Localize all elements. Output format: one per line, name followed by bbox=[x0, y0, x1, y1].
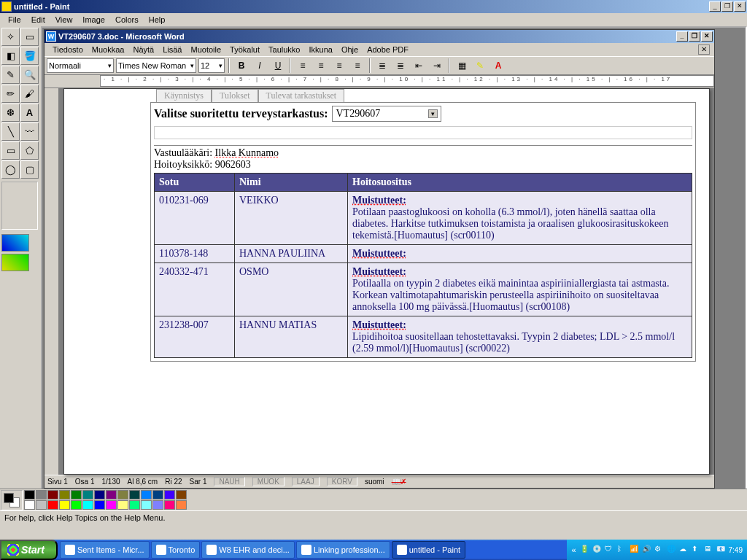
word-menu-window[interactable]: Ikkuna bbox=[305, 45, 336, 54]
numbered-list-button[interactable]: ≣ bbox=[374, 58, 390, 74]
tool-freeform-select[interactable]: ✧ bbox=[1, 28, 20, 46]
word-doc-close-button[interactable]: ✕ bbox=[698, 44, 710, 55]
tray-icon[interactable]: 🛡 bbox=[605, 545, 615, 555]
tray-icon[interactable]: 📧 bbox=[716, 545, 727, 555]
word-close-button[interactable]: ✕ bbox=[701, 31, 713, 42]
tray-icon[interactable]: ☁ bbox=[679, 545, 689, 555]
close-button[interactable]: ✕ bbox=[734, 1, 746, 12]
tool-airbrush[interactable]: ❆ bbox=[1, 104, 20, 122]
spellcheck-icon[interactable]: 📖✗ bbox=[392, 478, 406, 486]
palette-color[interactable] bbox=[24, 490, 35, 499]
start-button[interactable]: Start bbox=[0, 540, 58, 560]
word-menu-help[interactable]: Ohje bbox=[338, 45, 362, 54]
palette-color[interactable] bbox=[176, 500, 187, 510]
word-menu-view[interactable]: Näytä bbox=[129, 45, 158, 54]
decrease-indent-button[interactable]: ⇤ bbox=[411, 58, 427, 74]
menu-colors[interactable]: Colors bbox=[110, 15, 144, 24]
menu-edit[interactable]: Edit bbox=[26, 15, 50, 24]
tool-eyedropper[interactable]: ✎ bbox=[1, 66, 20, 84]
palette-color[interactable] bbox=[141, 490, 152, 499]
palette-color[interactable] bbox=[82, 490, 93, 499]
tray-icon[interactable]: 🔊 bbox=[642, 545, 652, 555]
palette-color[interactable] bbox=[94, 500, 105, 510]
word-minimize-button[interactable]: _ bbox=[676, 31, 688, 42]
exam-select[interactable]: VT290607 bbox=[332, 106, 441, 122]
palette-color[interactable] bbox=[152, 500, 163, 510]
palette-color[interactable] bbox=[141, 500, 152, 510]
palette-color[interactable] bbox=[47, 490, 58, 499]
tray-icon[interactable]: 🌐 bbox=[667, 545, 677, 555]
palette-color[interactable] bbox=[129, 490, 140, 499]
tool-line[interactable]: ╲ bbox=[1, 122, 20, 141]
font-select[interactable]: Times New Roman bbox=[116, 58, 196, 73]
tray-icon[interactable]: ⬆ bbox=[692, 545, 702, 555]
style-select[interactable]: Normaali bbox=[47, 58, 114, 73]
palette-color[interactable] bbox=[71, 500, 82, 510]
palette-color[interactable] bbox=[164, 500, 175, 510]
tool-curve[interactable]: 〰 bbox=[20, 122, 39, 141]
italic-button[interactable]: I bbox=[252, 58, 268, 74]
highlight-button[interactable]: ✎ bbox=[472, 58, 488, 74]
tool-pencil[interactable]: ✏ bbox=[1, 85, 20, 103]
align-center-button[interactable]: ≡ bbox=[313, 58, 329, 74]
align-right-button[interactable]: ≡ bbox=[331, 58, 347, 74]
palette-color[interactable] bbox=[94, 490, 105, 499]
word-menu-file[interactable]: Tiedosto bbox=[49, 45, 87, 54]
tray-icon[interactable]: 📶 bbox=[630, 545, 640, 555]
tool-rounded-rect[interactable]: ▢ bbox=[20, 160, 39, 179]
current-colors[interactable] bbox=[1, 490, 23, 510]
palette-color[interactable] bbox=[71, 490, 82, 499]
paint-canvas[interactable]: W VT290607 3.doc - Microsoft Word _ ❐ ✕ … bbox=[41, 26, 747, 496]
palette-color[interactable] bbox=[117, 490, 128, 499]
tool-brush[interactable]: 🖌 bbox=[20, 85, 39, 103]
taskbar-item[interactable]: Sent Items - Micr... bbox=[60, 541, 150, 559]
tool-polygon[interactable]: ⬠ bbox=[20, 141, 39, 160]
tool-rect-select[interactable]: ▭ bbox=[20, 28, 39, 46]
font-size-select[interactable]: 12 bbox=[198, 58, 225, 73]
palette-color[interactable] bbox=[82, 500, 93, 510]
word-restore-button[interactable]: ❐ bbox=[689, 31, 700, 42]
menu-help[interactable]: Help bbox=[144, 15, 171, 24]
layer-button-2[interactable] bbox=[1, 254, 29, 271]
palette-color[interactable] bbox=[106, 500, 117, 510]
minimize-button[interactable]: _ bbox=[709, 1, 721, 12]
word-menu-insert[interactable]: Lisää bbox=[159, 45, 185, 54]
document-page[interactable]: Käynnistys Tulokset Tulevat tarkastukset… bbox=[63, 88, 710, 475]
system-tray[interactable]: « 🔋 💿 🛡 ᛒ 📶 🔊 ⚙ 🌐 ☁ ⬆ 🖥 📧 7:49 bbox=[567, 540, 747, 560]
word-menu-adobe[interactable]: Adobe PDF bbox=[363, 45, 412, 54]
word-menu-table[interactable]: Taulukko bbox=[265, 45, 303, 54]
tray-icon[interactable]: 💿 bbox=[592, 545, 603, 555]
vertical-ruler[interactable] bbox=[44, 88, 59, 475]
maximize-button[interactable]: ❐ bbox=[721, 1, 733, 12]
tray-icon[interactable]: 🖥 bbox=[704, 545, 714, 555]
word-ruler[interactable]: · 1 · | · 2 · | · 3 · | · 4 · | · 5 · | … bbox=[44, 75, 714, 88]
palette-color[interactable] bbox=[36, 490, 47, 499]
bold-button[interactable]: B bbox=[233, 58, 249, 74]
palette-color[interactable] bbox=[152, 490, 163, 499]
tool-text[interactable]: A bbox=[20, 104, 39, 122]
tool-ellipse[interactable]: ◯ bbox=[1, 160, 20, 179]
tray-icon[interactable]: ᛒ bbox=[617, 545, 627, 555]
increase-indent-button[interactable]: ⇥ bbox=[429, 58, 445, 74]
palette-color[interactable] bbox=[36, 500, 47, 510]
font-color-button[interactable]: A bbox=[490, 58, 506, 74]
palette-color[interactable] bbox=[47, 500, 58, 510]
word-menu-format[interactable]: Muotoile bbox=[187, 45, 225, 54]
taskbar-item[interactable]: W8 EHR and deci... bbox=[201, 541, 295, 559]
underline-button[interactable]: U bbox=[270, 58, 286, 74]
tool-rectangle[interactable]: ▭ bbox=[1, 141, 20, 160]
word-menu-tools[interactable]: Työkalut bbox=[226, 45, 263, 54]
align-justify-button[interactable]: ≡ bbox=[349, 58, 365, 74]
palette-color[interactable] bbox=[176, 490, 187, 499]
tray-expand-icon[interactable]: « bbox=[571, 545, 576, 554]
taskbar-item[interactable]: untitled - Paint bbox=[392, 541, 465, 559]
word-menu-edit[interactable]: Muokkaa bbox=[88, 45, 128, 54]
tray-clock[interactable]: 7:49 bbox=[729, 546, 743, 554]
menu-file[interactable]: File bbox=[3, 15, 26, 24]
taskbar-item[interactable]: Linking profession... bbox=[296, 541, 390, 559]
tool-magnifier[interactable]: 🔍 bbox=[20, 66, 39, 84]
tray-icon[interactable]: ⚙ bbox=[654, 545, 665, 555]
tray-icon[interactable]: 🔋 bbox=[580, 545, 590, 555]
palette-color[interactable] bbox=[117, 500, 128, 510]
palette-color[interactable] bbox=[24, 500, 35, 510]
